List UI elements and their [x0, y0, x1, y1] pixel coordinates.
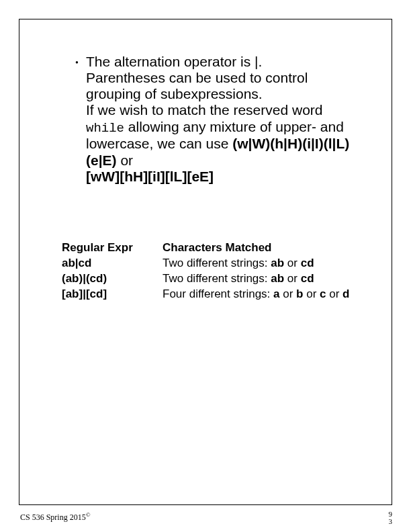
regex-table: Regular Expr ab|cd (ab)|(cd) [ab]|[cd] C… [62, 240, 371, 302]
match-prefix: Two different strings: [163, 272, 271, 285]
line3a: If we wish to match the reserved word [86, 102, 322, 118]
copyright-icon: © [86, 511, 91, 518]
table-col-expr: Regular Expr ab|cd (ab)|(cd) [ab]|[cd] [62, 240, 163, 302]
pattern2: [wW][hH][iI][lL][eE] [86, 169, 214, 184]
footer-left: CS 536 Spring 2015© [20, 511, 91, 523]
match-val: ab [271, 257, 284, 269]
table-col-match: Characters Matched Two different strings… [163, 240, 371, 302]
course-label: CS 536 Spring 2015 [20, 513, 86, 522]
header-expr: Regular Expr [62, 240, 163, 256]
footer-right: 9 3 [389, 511, 393, 525]
bullet-marker: • [75, 58, 79, 69]
match-val: ab [271, 272, 284, 285]
reserved-word: while [86, 121, 124, 136]
table-row: (ab)|(cd) [62, 271, 163, 287]
match-val: cd [301, 257, 314, 269]
match-val: d [342, 287, 349, 300]
table-row: Four different strings: a or b or c or d [163, 287, 371, 302]
match-sep: or [284, 272, 301, 285]
match-val: cd [301, 272, 314, 285]
page-num-2: 3 [389, 518, 393, 525]
match-prefix: Two different strings: [163, 257, 271, 269]
line2: Parentheses can be used to control group… [86, 70, 308, 101]
table-row: Two different strings: ab or cd [163, 271, 371, 287]
match-sep: or [326, 287, 343, 300]
table-row: ab|cd [62, 256, 163, 271]
header-match: Characters Matched [163, 240, 371, 256]
table-row: Two different strings: ab or cd [163, 256, 371, 271]
line1: The alternation operator is |. [86, 54, 262, 69]
match-val: c [320, 287, 326, 300]
table-row: [ab]|[cd] [62, 287, 163, 302]
bullet-text: The alternation operator is |. Parenthes… [86, 54, 364, 185]
match-val: b [296, 287, 303, 300]
match-sep: or [303, 287, 320, 300]
match-val: a [273, 287, 279, 300]
main-content: • The alternation operator is |. Parenth… [86, 54, 364, 185]
line3c: or [117, 152, 134, 168]
match-sep: or [284, 257, 301, 269]
bullet-item: • The alternation operator is |. Parenth… [86, 54, 364, 185]
match-prefix: Four different strings: [163, 287, 273, 300]
match-sep: or [280, 287, 297, 300]
